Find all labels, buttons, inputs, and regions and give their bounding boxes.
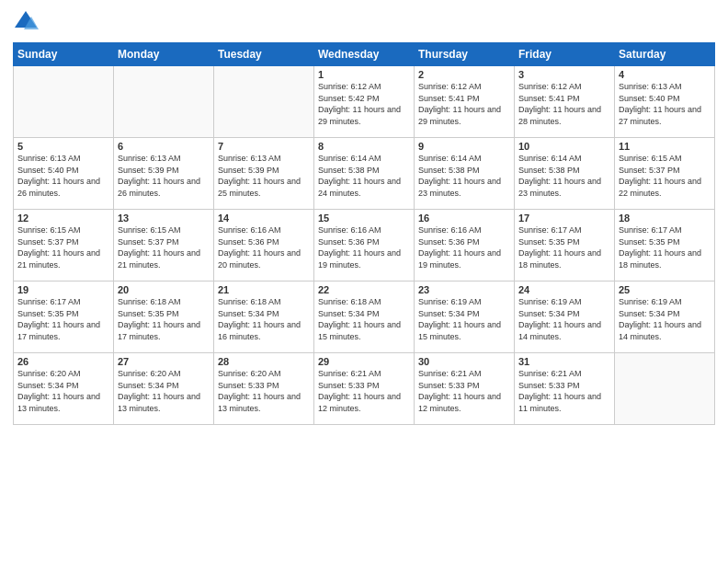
day-info: Sunrise: 6:16 AMSunset: 5:36 PMDaylight:… bbox=[418, 224, 510, 270]
calendar-cell: 6Sunrise: 6:13 AMSunset: 5:39 PMDaylight… bbox=[114, 138, 214, 210]
day-info: Sunrise: 6:12 AMSunset: 5:42 PMDaylight:… bbox=[318, 81, 410, 127]
day-info: Sunrise: 6:17 AMSunset: 5:35 PMDaylight:… bbox=[619, 224, 711, 270]
calendar-cell: 29Sunrise: 6:21 AMSunset: 5:33 PMDayligh… bbox=[314, 353, 415, 425]
calendar-week-2: 5Sunrise: 6:13 AMSunset: 5:40 PMDaylight… bbox=[14, 138, 715, 210]
day-number: 7 bbox=[218, 141, 310, 152]
day-info: Sunrise: 6:15 AMSunset: 5:37 PMDaylight:… bbox=[619, 153, 711, 199]
day-info: Sunrise: 6:20 AMSunset: 5:33 PMDaylight:… bbox=[218, 368, 310, 414]
day-info: Sunrise: 6:14 AMSunset: 5:38 PMDaylight:… bbox=[418, 153, 510, 199]
calendar-cell: 10Sunrise: 6:14 AMSunset: 5:38 PMDayligh… bbox=[515, 138, 615, 210]
calendar-cell: 21Sunrise: 6:18 AMSunset: 5:34 PMDayligh… bbox=[214, 282, 314, 353]
calendar-cell: 31Sunrise: 6:21 AMSunset: 5:33 PMDayligh… bbox=[515, 353, 615, 425]
day-number: 3 bbox=[518, 69, 610, 80]
day-info: Sunrise: 6:18 AMSunset: 5:34 PMDaylight:… bbox=[218, 296, 310, 342]
day-number: 10 bbox=[518, 141, 610, 152]
calendar-cell bbox=[14, 66, 114, 138]
day-number: 30 bbox=[418, 356, 510, 367]
calendar-cell: 13Sunrise: 6:15 AMSunset: 5:37 PMDayligh… bbox=[114, 210, 214, 282]
day-number: 13 bbox=[118, 213, 210, 224]
day-info: Sunrise: 6:17 AMSunset: 5:35 PMDaylight:… bbox=[17, 296, 109, 342]
day-info: Sunrise: 6:20 AMSunset: 5:34 PMDaylight:… bbox=[118, 368, 210, 414]
day-info: Sunrise: 6:13 AMSunset: 5:40 PMDaylight:… bbox=[619, 81, 711, 127]
weekday-header-sunday: Sunday bbox=[14, 43, 114, 66]
calendar-cell: 24Sunrise: 6:19 AMSunset: 5:34 PMDayligh… bbox=[515, 282, 615, 353]
day-number: 27 bbox=[118, 356, 210, 367]
calendar-cell: 15Sunrise: 6:16 AMSunset: 5:36 PMDayligh… bbox=[314, 210, 415, 282]
day-info: Sunrise: 6:14 AMSunset: 5:38 PMDaylight:… bbox=[318, 153, 410, 199]
calendar-cell: 1Sunrise: 6:12 AMSunset: 5:42 PMDaylight… bbox=[314, 66, 415, 138]
day-info: Sunrise: 6:21 AMSunset: 5:33 PMDaylight:… bbox=[318, 368, 410, 414]
day-info: Sunrise: 6:12 AMSunset: 5:41 PMDaylight:… bbox=[418, 81, 510, 127]
day-info: Sunrise: 6:14 AMSunset: 5:38 PMDaylight:… bbox=[518, 153, 610, 199]
day-info: Sunrise: 6:21 AMSunset: 5:33 PMDaylight:… bbox=[518, 368, 610, 414]
day-number: 6 bbox=[118, 141, 210, 152]
calendar-cell: 22Sunrise: 6:18 AMSunset: 5:34 PMDayligh… bbox=[314, 282, 415, 353]
day-number: 16 bbox=[418, 213, 510, 224]
calendar-cell: 7Sunrise: 6:13 AMSunset: 5:39 PMDaylight… bbox=[214, 138, 314, 210]
weekday-header-saturday: Saturday bbox=[615, 43, 715, 66]
calendar-cell: 11Sunrise: 6:15 AMSunset: 5:37 PMDayligh… bbox=[615, 138, 715, 210]
calendar-cell: 12Sunrise: 6:15 AMSunset: 5:37 PMDayligh… bbox=[14, 210, 114, 282]
calendar-cell: 30Sunrise: 6:21 AMSunset: 5:33 PMDayligh… bbox=[415, 353, 515, 425]
logo-icon bbox=[13, 9, 39, 35]
day-info: Sunrise: 6:21 AMSunset: 5:33 PMDaylight:… bbox=[418, 368, 510, 414]
weekday-header-tuesday: Tuesday bbox=[214, 43, 314, 66]
day-info: Sunrise: 6:16 AMSunset: 5:36 PMDaylight:… bbox=[218, 224, 310, 270]
day-number: 22 bbox=[318, 284, 410, 295]
calendar-cell: 28Sunrise: 6:20 AMSunset: 5:33 PMDayligh… bbox=[214, 353, 314, 425]
day-number: 2 bbox=[418, 69, 510, 80]
calendar-cell: 23Sunrise: 6:19 AMSunset: 5:34 PMDayligh… bbox=[415, 282, 515, 353]
day-number: 5 bbox=[17, 141, 109, 152]
calendar-cell: 14Sunrise: 6:16 AMSunset: 5:36 PMDayligh… bbox=[214, 210, 314, 282]
day-number: 24 bbox=[518, 284, 610, 295]
day-info: Sunrise: 6:18 AMSunset: 5:35 PMDaylight:… bbox=[118, 296, 210, 342]
day-info: Sunrise: 6:19 AMSunset: 5:34 PMDaylight:… bbox=[619, 296, 711, 342]
day-info: Sunrise: 6:19 AMSunset: 5:34 PMDaylight:… bbox=[518, 296, 610, 342]
calendar-cell: 5Sunrise: 6:13 AMSunset: 5:40 PMDaylight… bbox=[14, 138, 114, 210]
calendar-week-3: 12Sunrise: 6:15 AMSunset: 5:37 PMDayligh… bbox=[14, 210, 715, 282]
calendar-week-4: 19Sunrise: 6:17 AMSunset: 5:35 PMDayligh… bbox=[14, 282, 715, 353]
day-info: Sunrise: 6:20 AMSunset: 5:34 PMDaylight:… bbox=[17, 368, 109, 414]
weekday-header-monday: Monday bbox=[114, 43, 214, 66]
calendar-cell: 17Sunrise: 6:17 AMSunset: 5:35 PMDayligh… bbox=[515, 210, 615, 282]
calendar-cell: 18Sunrise: 6:17 AMSunset: 5:35 PMDayligh… bbox=[615, 210, 715, 282]
day-number: 21 bbox=[218, 284, 310, 295]
calendar-body: 1Sunrise: 6:12 AMSunset: 5:42 PMDaylight… bbox=[14, 66, 715, 425]
calendar-cell: 25Sunrise: 6:19 AMSunset: 5:34 PMDayligh… bbox=[615, 282, 715, 353]
day-number: 14 bbox=[218, 213, 310, 224]
day-number: 20 bbox=[118, 284, 210, 295]
weekday-header-row: SundayMondayTuesdayWednesdayThursdayFrid… bbox=[14, 43, 715, 66]
calendar-cell: 26Sunrise: 6:20 AMSunset: 5:34 PMDayligh… bbox=[14, 353, 114, 425]
day-info: Sunrise: 6:13 AMSunset: 5:40 PMDaylight:… bbox=[17, 153, 109, 199]
day-number: 28 bbox=[218, 356, 310, 367]
day-number: 9 bbox=[418, 141, 510, 152]
calendar-week-1: 1Sunrise: 6:12 AMSunset: 5:42 PMDaylight… bbox=[14, 66, 715, 138]
calendar-header: SundayMondayTuesdayWednesdayThursdayFrid… bbox=[14, 43, 715, 66]
calendar-cell: 27Sunrise: 6:20 AMSunset: 5:34 PMDayligh… bbox=[114, 353, 214, 425]
day-number: 8 bbox=[318, 141, 410, 152]
calendar-table: SundayMondayTuesdayWednesdayThursdayFrid… bbox=[13, 42, 715, 425]
day-number: 4 bbox=[619, 69, 711, 80]
day-info: Sunrise: 6:19 AMSunset: 5:34 PMDaylight:… bbox=[418, 296, 510, 342]
weekday-header-thursday: Thursday bbox=[415, 43, 515, 66]
day-number: 26 bbox=[17, 356, 109, 367]
day-number: 18 bbox=[619, 213, 711, 224]
calendar-week-5: 26Sunrise: 6:20 AMSunset: 5:34 PMDayligh… bbox=[14, 353, 715, 425]
day-info: Sunrise: 6:18 AMSunset: 5:34 PMDaylight:… bbox=[318, 296, 410, 342]
calendar-cell: 4Sunrise: 6:13 AMSunset: 5:40 PMDaylight… bbox=[615, 66, 715, 138]
calendar-cell: 2Sunrise: 6:12 AMSunset: 5:41 PMDaylight… bbox=[415, 66, 515, 138]
day-info: Sunrise: 6:13 AMSunset: 5:39 PMDaylight:… bbox=[118, 153, 210, 199]
weekday-header-friday: Friday bbox=[515, 43, 615, 66]
day-number: 12 bbox=[17, 213, 109, 224]
day-info: Sunrise: 6:16 AMSunset: 5:36 PMDaylight:… bbox=[318, 224, 410, 270]
day-number: 17 bbox=[518, 213, 610, 224]
header bbox=[13, 9, 715, 35]
day-info: Sunrise: 6:17 AMSunset: 5:35 PMDaylight:… bbox=[518, 224, 610, 270]
day-info: Sunrise: 6:15 AMSunset: 5:37 PMDaylight:… bbox=[118, 224, 210, 270]
day-number: 15 bbox=[318, 213, 410, 224]
day-number: 29 bbox=[318, 356, 410, 367]
day-number: 1 bbox=[318, 69, 410, 80]
day-number: 31 bbox=[518, 356, 610, 367]
day-info: Sunrise: 6:12 AMSunset: 5:41 PMDaylight:… bbox=[518, 81, 610, 127]
calendar-cell: 20Sunrise: 6:18 AMSunset: 5:35 PMDayligh… bbox=[114, 282, 214, 353]
